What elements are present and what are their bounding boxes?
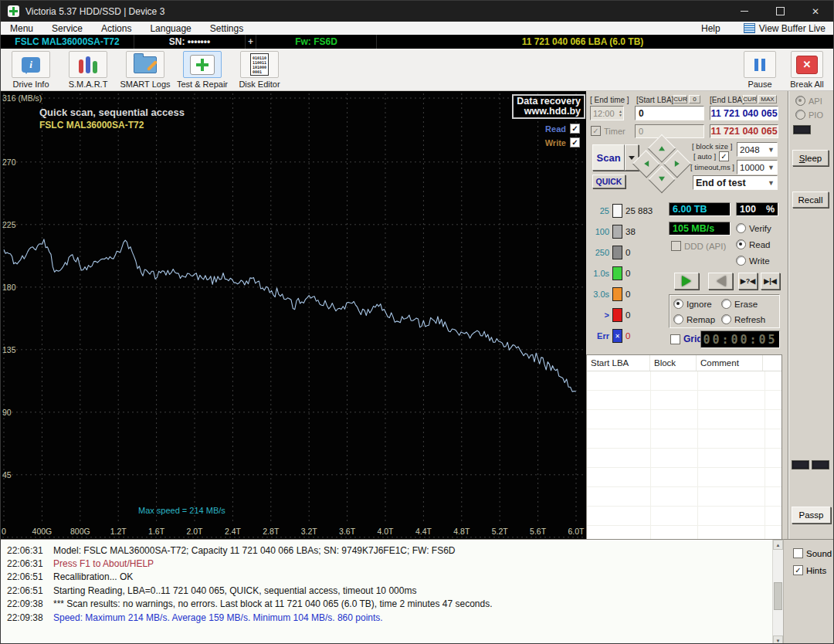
timeout-select[interactable]: 10000▼: [737, 160, 778, 175]
scroll-up-button[interactable]: ▲: [773, 540, 783, 550]
refresh-option[interactable]: Refresh: [721, 314, 765, 324]
ddd-option: DDD (API): [671, 241, 726, 251]
menu-item-menu[interactable]: Menu: [1, 23, 42, 34]
y-axis-tick-label: 225: [2, 220, 16, 229]
erase-radio[interactable]: [721, 299, 731, 309]
column-start-lba[interactable]: Start LBA: [587, 355, 650, 371]
scroll-down-button[interactable]: ▼: [773, 636, 783, 644]
read-radio[interactable]: [736, 239, 746, 249]
watermark: Data recovery www.hdd.by: [512, 94, 585, 119]
write-option[interactable]: Write: [736, 256, 770, 266]
log-scrollbar[interactable]: ▲ ▼: [772, 540, 783, 644]
start-test-button[interactable]: [674, 273, 699, 290]
scan-split-button[interactable]: Scan: [592, 144, 639, 169]
x-axis-tick-label: 3.2T: [293, 527, 324, 536]
test-tubes-icon: [79, 56, 97, 73]
folder-pencil-icon: [134, 56, 157, 73]
block-size-select[interactable]: 2048▼: [737, 142, 778, 157]
pause-button[interactable]: Pause: [739, 51, 781, 89]
remap-radio[interactable]: [673, 314, 683, 324]
sleep-button[interactable]: Sleep: [792, 150, 829, 166]
grid-toggle[interactable]: Grid: [670, 334, 703, 344]
menu-item-service[interactable]: Service: [42, 23, 92, 34]
end-lba-display[interactable]: 11 721 040 065: [710, 106, 778, 120]
read-option[interactable]: Read: [736, 239, 771, 249]
verify-option[interactable]: Verify: [736, 223, 771, 233]
mini-indicator-button[interactable]: [793, 125, 811, 134]
hints-checkbox[interactable]: ✓: [793, 565, 803, 575]
titlebar: Victoria 5.37 HDD/SSD | Device 3 ✕: [1, 1, 833, 22]
ignore-radio[interactable]: [673, 299, 683, 309]
end-lba-max-button[interactable]: MAX: [758, 95, 777, 103]
end-of-test-select[interactable]: End of test▼: [693, 175, 778, 190]
stat-row-25: 25 25 883: [589, 204, 653, 218]
smart-logs-button[interactable]: SMART Logs: [118, 51, 172, 89]
graph-read-toggle[interactable]: Read ✓: [545, 124, 580, 134]
mini-button-2[interactable]: [812, 460, 829, 469]
menu-item-language[interactable]: Language: [141, 23, 200, 34]
timer-toggle[interactable]: ✓ Timer: [591, 126, 626, 136]
reverse-button[interactable]: [708, 273, 733, 290]
view-buffer-live-button[interactable]: View Buffer Live: [744, 23, 833, 34]
x-axis-tick-label: 0: [1, 527, 19, 536]
start-lba-zero-button[interactable]: 0: [689, 95, 700, 103]
graph-write-toggle[interactable]: Write ✓: [545, 137, 580, 147]
column-block[interactable]: Block: [650, 355, 697, 371]
start-lba-label: [Start LBA]: [636, 96, 673, 104]
scan-button[interactable]: Scan: [592, 144, 625, 171]
end-lba-cur-button[interactable]: CUR: [743, 95, 757, 103]
menu-item-actions[interactable]: Actions: [92, 23, 141, 34]
end-time-spinner[interactable]: 12:00 ▲▼: [590, 106, 624, 120]
ignore-option[interactable]: Ignore: [673, 299, 712, 309]
drive-serial: SN: •••••••: [134, 35, 246, 49]
max-speed-note: Max speed = 214 MB/s: [138, 506, 225, 515]
seek-question-button[interactable]: ▶?◀: [738, 273, 758, 290]
sound-checkbox[interactable]: [793, 548, 803, 558]
close-icon: ✕: [812, 6, 819, 17]
grid-checkbox[interactable]: [670, 334, 680, 344]
timeout-label: [ timeout,ms ]: [690, 163, 734, 171]
maximize-button[interactable]: [762, 1, 798, 22]
minimize-button[interactable]: [727, 1, 762, 22]
column-comment[interactable]: Comment: [697, 355, 763, 371]
y-axis-tick-label: 270: [2, 158, 16, 167]
recall-button[interactable]: Recall: [792, 192, 829, 208]
disk-editor-button[interactable]: 0101101100111010000001 Disk Editor: [232, 51, 286, 89]
end-lba-label: [End LBA]: [710, 96, 744, 104]
remap-option[interactable]: Remap: [673, 314, 715, 324]
start-lba-cur-button[interactable]: CUR: [673, 95, 687, 103]
view-buffer-live-label: View Buffer Live: [759, 23, 826, 34]
down-arrow-icon: [659, 177, 665, 181]
refresh-radio[interactable]: [721, 314, 731, 324]
auto-checkbox[interactable]: ✓: [719, 151, 729, 161]
hints-toggle[interactable]: ✓ Hints: [793, 565, 826, 575]
block-size-label: [ block size ]: [692, 142, 732, 151]
write-checkbox[interactable]: ✓: [570, 137, 580, 147]
show-serial-button[interactable]: +: [246, 35, 256, 49]
erase-option[interactable]: Erase: [721, 299, 758, 309]
verify-radio[interactable]: [736, 223, 746, 233]
test-repair-button[interactable]: Test & Repair: [175, 51, 229, 89]
first-aid-cross-icon: [190, 55, 215, 75]
quick-button[interactable]: QUICK: [592, 175, 626, 188]
passp-button[interactable]: Passp: [792, 507, 831, 524]
close-button[interactable]: ✕: [798, 1, 833, 22]
seek-end-button[interactable]: ▶|◀: [761, 273, 780, 290]
stat-row-slow: > 0: [589, 308, 630, 322]
stat-row-100: 100 38: [589, 225, 636, 239]
break-all-button[interactable]: ✕ Break All: [784, 51, 830, 89]
x-axis-tick-label: 4.0T: [370, 527, 401, 536]
read-checkbox[interactable]: ✓: [570, 124, 580, 134]
mini-button-1[interactable]: [792, 460, 809, 469]
timer-checkbox[interactable]: ✓: [591, 126, 601, 136]
smart-button[interactable]: S.M.A.R.T: [61, 51, 115, 89]
spinner-arrows-icon[interactable]: ▲▼: [619, 110, 623, 117]
write-radio[interactable]: [736, 256, 746, 266]
start-lba-input[interactable]: 0: [635, 106, 704, 120]
scrollbar-thumb[interactable]: [774, 582, 782, 610]
menu-item-help[interactable]: Help: [692, 23, 744, 34]
menu-item-settings[interactable]: Settings: [201, 23, 253, 34]
auto-toggle[interactable]: [ auto ] ✓: [693, 151, 729, 161]
drive-info-button[interactable]: i Drive Info: [4, 51, 58, 89]
sound-toggle[interactable]: Sound: [793, 548, 832, 558]
